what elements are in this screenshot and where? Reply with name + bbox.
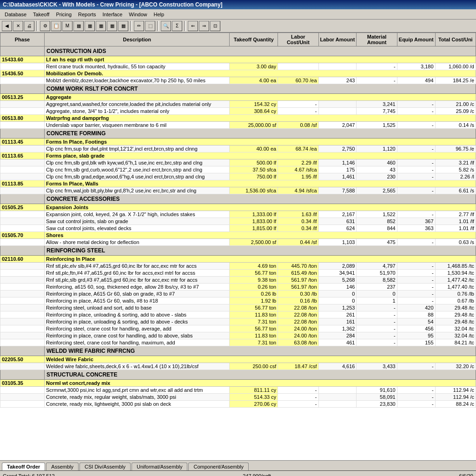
row-desc: Scrmnwt,3000 psi,inc lcl agg,snd,prt cmn… <box>44 387 230 394</box>
row-desc: Welded wire fabric,sheets,deck,6 x 6 - w… <box>44 363 230 370</box>
row-equip: - <box>397 108 435 115</box>
table-row: Reinforcing, a615 60, sog, thickened edg… <box>0 284 476 291</box>
row-phase <box>0 291 45 298</box>
menu-item-pricing[interactable]: Pricing <box>53 11 74 18</box>
table-row: Rnf stl,plc,ftn,#4 #7,a615,grd 60,inc lb… <box>0 270 476 277</box>
menu-item-reports[interactable]: Reports <box>75 11 99 18</box>
toolbar-btn-5[interactable]: 📋 <box>51 21 61 31</box>
table-row: Rnf stl,plc,elv slb,#4 #7,a615,grd 60,in… <box>0 263 476 270</box>
row-qty: 9.38 ton <box>230 277 278 284</box>
row-qty: 11.83 ton <box>230 311 278 318</box>
row-material: 7,745 <box>357 108 397 115</box>
row-labor-unit: 561.97 /ton <box>278 277 318 284</box>
row-phase <box>0 387 45 394</box>
row-phase <box>0 108 45 115</box>
section-phase-cell <box>0 46 45 56</box>
menu-item-database[interactable]: Database <box>2 11 29 18</box>
row-equip: 367 <box>397 218 435 225</box>
row-qty: 0.26 ton <box>230 284 278 291</box>
row-total: 29.48 /tc <box>435 311 476 318</box>
toolbar-btn-2[interactable]: ✕ <box>13 21 23 31</box>
row-equip: - <box>397 101 435 108</box>
row-labor-amt: 284 <box>318 332 357 339</box>
toolbar-btn-3[interactable]: 🖨 <box>24 21 34 31</box>
toolbar-btn-15[interactable]: Σ <box>172 21 182 31</box>
row-labor-unit: 1.95 /lf <box>278 173 318 180</box>
row-labor-unit: 24.00 /ton <box>278 325 318 332</box>
row-equip: - <box>397 387 435 394</box>
toolbar-btn-17[interactable]: ⇒ <box>199 21 209 31</box>
row-labor-unit: 0.16 /lb <box>278 298 318 304</box>
row-qty: 0.26 lb <box>230 291 278 298</box>
row-qty: 154.32 cy <box>230 101 278 108</box>
section-label-cell: CONCRETE ACCESSORIES <box>44 194 476 204</box>
row-qty: 1,536.00 sfca <box>230 187 278 194</box>
toolbar-sep-1 <box>36 21 38 31</box>
toolbar-btn-1[interactable]: ◀ <box>2 21 12 31</box>
row-total: 112.94 /c <box>435 387 476 394</box>
row-material: 1 <box>357 298 397 304</box>
toolbar-btn-11[interactable]: ▦ <box>118 21 128 31</box>
table-row: Concrete, ready mix, regular weight, sla… <box>0 394 476 401</box>
toolbar-btn-18[interactable]: ⊡ <box>210 21 220 31</box>
row-desc: Rnf stl,plc,ftn,#4 #7,a615,grd 60,inc lb… <box>44 270 230 277</box>
row-labor-amt: 175 <box>318 166 357 173</box>
row-phase <box>0 318 45 325</box>
row-qty: 4.69 ton <box>230 263 278 270</box>
row-equip: 54 <box>397 318 435 325</box>
row-labor-amt: 146 <box>318 284 357 291</box>
phase-desc: Forms place, slab grade <box>44 152 476 159</box>
table-row: Reinforcing steel, unload and sort, add … <box>0 304 476 311</box>
tab-takeoff-order[interactable]: Takeoff Order <box>2 463 45 470</box>
toolbar-btn-4[interactable]: ⚙ <box>40 21 50 31</box>
menu-item-takeoff[interactable]: Takeoff <box>30 11 52 18</box>
row-desc: Reinforcing steel, crane cost for handli… <box>44 339 230 346</box>
toolbar-btn-16[interactable]: ⇐ <box>188 21 198 31</box>
row-phase <box>0 211 45 218</box>
row-material: 23,830 <box>357 401 397 408</box>
row-labor-unit: - <box>278 108 318 115</box>
tab-uniformat[interactable]: Uniformat/Assembly <box>132 463 187 470</box>
row-desc: Concrete, ready mix, lightweight, 3000 p… <box>44 401 230 408</box>
section-row: COMM WORK RSLT FOR CONCRT <box>0 84 476 94</box>
toolbar-btn-6[interactable]: M <box>62 21 73 31</box>
toolbar-btn-14[interactable]: 🔍 <box>161 21 171 31</box>
phase-code: 00513.80 <box>0 115 45 122</box>
row-labor-amt: 7,588 <box>318 187 357 194</box>
tab-assembly[interactable]: Assembly <box>46 463 79 470</box>
menu-item-window[interactable]: Window <box>126 11 150 18</box>
row-labor-amt: 631 <box>318 218 357 225</box>
toolbar-btn-13[interactable]: ⬚ <box>145 21 155 31</box>
section-row: CONCRETE ACCESSORIES <box>0 194 476 204</box>
row-material: 844 <box>357 225 397 232</box>
phase-code: 01505.70 <box>0 232 45 239</box>
row-qty: 250.00 csf <box>230 363 278 370</box>
toolbar-btn-9[interactable]: ▦ <box>96 21 106 31</box>
row-labor-unit: 68.74 /ea <box>278 145 318 152</box>
toolbar-btn-12[interactable]: ✏ <box>134 21 144 31</box>
toolbar-btn-7[interactable]: ▦ <box>73 21 84 31</box>
row-labor-amt: 1,362 <box>318 325 357 332</box>
row-qty: 308.64 cy <box>230 108 278 115</box>
row-desc: Saw cut control joints, elevated decks <box>44 225 230 232</box>
menu-item-help[interactable]: Help <box>151 11 167 18</box>
row-qty: 56.77 ton <box>230 270 278 277</box>
tab-component[interactable]: Component/Assembly <box>188 463 249 470</box>
section-row: CONCRETE FORMING <box>0 129 476 139</box>
row-desc: Expansion joint, cold, keyed, 24 ga. X 7… <box>44 211 230 218</box>
row-labor-amt: 1,103 <box>318 239 357 246</box>
toolbar-btn-8[interactable]: ▦ <box>85 21 95 31</box>
row-total: 84.21 /tc <box>435 339 476 346</box>
section-phase-cell <box>0 370 45 380</box>
table-row: Concrete, ready mix, lightweight, 3000 p… <box>0 401 476 408</box>
row-phase <box>0 145 45 152</box>
col-header-material: Material Amount <box>357 33 397 46</box>
row-labor-amt <box>318 401 357 408</box>
row-material: - <box>357 63 397 70</box>
row-qty: 514.33 cy <box>230 394 278 401</box>
row-labor-unit: 60.70 /ea <box>278 77 318 84</box>
tab-csi-div[interactable]: CSI Div/Assembly <box>79 463 131 470</box>
toolbar-btn-10[interactable]: ▦ <box>107 21 117 31</box>
phase-row: 01505.25 Expansion Joints <box>0 204 476 211</box>
menu-item-interface[interactable]: Interface <box>100 11 126 18</box>
